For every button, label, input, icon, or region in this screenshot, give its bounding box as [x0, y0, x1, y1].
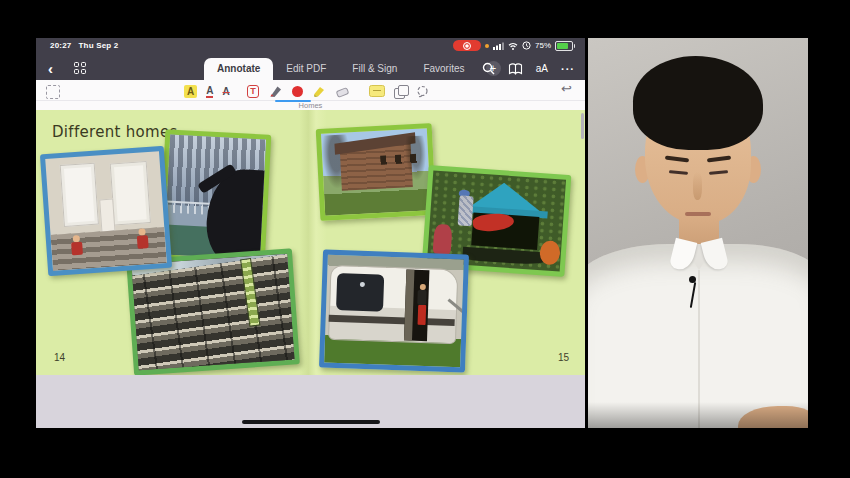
- figure-shirt: [458, 195, 474, 226]
- nav-actions: aA ···: [482, 62, 575, 75]
- photo-city-window: [159, 129, 272, 264]
- presenter-nose: [693, 172, 702, 200]
- scroll-indicator[interactable]: [581, 113, 584, 139]
- app-header: 20:27 Thu Sep 2 75% ‹ Annotate: [36, 38, 585, 80]
- battery-icon: [555, 41, 573, 51]
- select-tool-icon[interactable]: [46, 85, 60, 99]
- text-settings-icon[interactable]: aA: [536, 63, 548, 74]
- lasso-tool-icon[interactable]: [416, 85, 429, 98]
- navigation-bar: ‹ Annotate Edit PDF Fill & Sign Favorite…: [36, 54, 585, 80]
- left-door: [60, 163, 99, 227]
- active-tool-indicator: [275, 100, 311, 102]
- orange-object: [539, 240, 561, 265]
- photo-caravan: [319, 249, 469, 372]
- back-button[interactable]: ‹: [48, 62, 53, 76]
- tab-fill-sign[interactable]: Fill & Sign: [339, 58, 410, 80]
- status-date: Thu Sep 2: [78, 41, 118, 50]
- steps: [51, 227, 167, 271]
- child-right: [136, 228, 148, 249]
- bottom-shadow: [588, 402, 808, 428]
- undo-icon[interactable]: ↩: [561, 81, 572, 96]
- status-time: 20:27: [50, 41, 71, 50]
- girl-figure: [415, 284, 428, 325]
- duplicate-tool-icon[interactable]: [394, 85, 407, 98]
- thumbnails-grid-icon[interactable]: [74, 62, 86, 74]
- recording-indicator[interactable]: [453, 40, 481, 51]
- document-tab-label: Homes: [36, 101, 585, 110]
- right-door: [110, 161, 151, 225]
- left-page-number: 14: [54, 352, 65, 363]
- more-menu-icon[interactable]: ···: [561, 63, 575, 75]
- ipad-screen-recording: 20:27 Thu Sep 2 75% ‹ Annotate: [36, 38, 585, 428]
- mic-in-use-icon: [485, 44, 489, 48]
- tab-annotate[interactable]: Annotate: [204, 58, 273, 80]
- note-tool-icon[interactable]: [369, 85, 385, 97]
- caravan-window: [336, 273, 385, 311]
- underline-tool-icon[interactable]: A: [206, 85, 213, 98]
- tab-edit-pdf[interactable]: Edit PDF: [273, 58, 339, 80]
- pdf-page-spread[interactable]: Different homes: [36, 110, 585, 375]
- battery-percent: 75%: [535, 41, 551, 50]
- page-title: Different homes: [52, 123, 178, 141]
- presenter-hair: [633, 56, 763, 150]
- child-left: [71, 235, 83, 256]
- mode-tabs: Annotate Edit PDF Fill & Sign Favorites …: [204, 58, 501, 80]
- webcam-video: [588, 38, 808, 428]
- highlight-tool-icon[interactable]: A: [184, 85, 197, 98]
- home-indicator[interactable]: [242, 420, 380, 424]
- record-icon: [463, 42, 471, 50]
- app-background: [36, 375, 585, 428]
- strikethrough-tool-icon[interactable]: A: [222, 86, 229, 97]
- cellular-icon: [493, 42, 504, 50]
- figure-red: [433, 224, 452, 255]
- marker-tool-icon[interactable]: [312, 84, 326, 98]
- wifi-icon: [508, 42, 518, 50]
- pen-tool-icon[interactable]: [268, 84, 283, 99]
- right-page-number: 15: [558, 352, 569, 363]
- video-frame: 20:27 Thu Sep 2 75% ‹ Annotate: [0, 0, 850, 478]
- reading-view-icon[interactable]: [508, 63, 523, 75]
- window-reflection: [359, 282, 364, 287]
- tree-right: [404, 135, 428, 181]
- boat-interior: [471, 212, 540, 250]
- color-swatch-red[interactable]: [292, 86, 303, 97]
- search-icon[interactable]: [482, 62, 495, 75]
- red-hammock: [472, 211, 515, 232]
- annotation-toolbar: A A A T ↩ Homes: [36, 80, 585, 110]
- tab-favorites[interactable]: Favorites: [410, 58, 477, 80]
- text-tool-icon[interactable]: T: [247, 85, 260, 98]
- photo-stone-farmhouse: [316, 123, 437, 221]
- eraser-tool-icon[interactable]: [335, 84, 350, 98]
- status-bar: 20:27 Thu Sep 2 75%: [36, 38, 585, 51]
- alarm-icon: [522, 41, 531, 50]
- photo-front-doors: [40, 146, 172, 276]
